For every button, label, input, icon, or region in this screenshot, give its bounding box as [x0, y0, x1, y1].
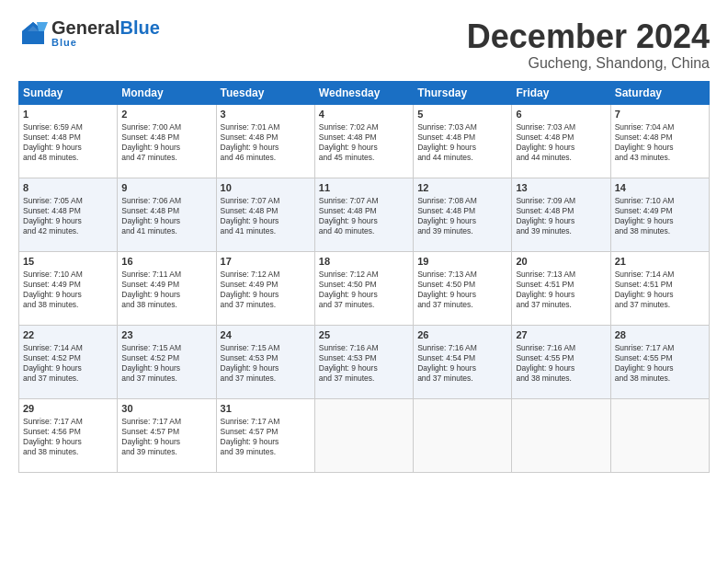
day-info: Daylight: 9 hours — [615, 143, 705, 153]
day-info: Daylight: 9 hours — [417, 290, 507, 300]
day-info: Daylight: 9 hours — [23, 437, 113, 447]
day-number: 10 — [221, 181, 311, 194]
day-info: Sunrise: 7:17 AM — [615, 343, 705, 353]
day-info: Sunset: 4:52 PM — [121, 353, 211, 363]
day-info: Daylight: 9 hours — [319, 143, 409, 153]
weekday-header: Friday — [512, 81, 610, 104]
day-info: Daylight: 9 hours — [121, 290, 211, 300]
day-number: 1 — [23, 108, 113, 121]
calendar-title: December 2024 — [467, 18, 710, 55]
day-info: and 38 minutes. — [23, 447, 113, 457]
calendar-cell: 18Sunrise: 7:12 AMSunset: 4:50 PMDayligh… — [314, 251, 413, 325]
weekday-header: Thursday — [414, 81, 512, 104]
day-info: Sunset: 4:48 PM — [319, 132, 409, 143]
calendar-cell: 1Sunrise: 6:59 AMSunset: 4:48 PMDaylight… — [19, 104, 118, 178]
day-info: Daylight: 9 hours — [23, 290, 113, 300]
day-info: and 37 minutes. — [23, 373, 113, 384]
day-info: Sunrise: 7:08 AM — [417, 196, 507, 206]
day-info: Sunset: 4:49 PM — [23, 280, 113, 290]
day-info: and 37 minutes. — [516, 300, 606, 310]
calendar-week-row: 1Sunrise: 6:59 AMSunset: 4:48 PMDaylight… — [19, 104, 710, 178]
calendar-cell: 12Sunrise: 7:08 AMSunset: 4:48 PMDayligh… — [414, 178, 512, 251]
day-info: Sunrise: 7:16 AM — [516, 343, 606, 353]
day-info: Sunset: 4:54 PM — [417, 353, 507, 363]
day-info: Sunset: 4:55 PM — [516, 353, 606, 363]
day-info: Sunset: 4:48 PM — [121, 132, 211, 143]
day-info: Sunset: 4:48 PM — [23, 206, 113, 216]
day-info: Daylight: 9 hours — [221, 437, 311, 447]
day-info: and 44 minutes. — [417, 153, 507, 163]
page: GeneralBlue Blue December 2024 Gucheng, … — [0, 0, 728, 563]
calendar-cell: 7Sunrise: 7:04 AMSunset: 4:48 PMDaylight… — [610, 104, 709, 178]
day-info: and 48 minutes. — [23, 153, 113, 163]
day-info: and 38 minutes. — [615, 373, 705, 384]
day-info: Sunset: 4:51 PM — [615, 280, 705, 290]
day-info: and 39 minutes. — [221, 447, 311, 457]
day-info: and 39 minutes. — [516, 226, 606, 236]
day-info: Sunrise: 7:11 AM — [121, 270, 211, 280]
day-info: and 44 minutes. — [516, 153, 606, 163]
day-info: and 47 minutes. — [121, 153, 211, 163]
day-info: Sunrise: 7:12 AM — [221, 270, 311, 280]
day-info: and 39 minutes. — [121, 447, 211, 457]
day-info: Sunset: 4:48 PM — [319, 206, 409, 216]
day-info: and 38 minutes. — [121, 300, 211, 310]
day-number: 26 — [417, 328, 507, 341]
day-info: Daylight: 9 hours — [615, 216, 705, 226]
day-info: Sunset: 4:49 PM — [615, 206, 705, 216]
day-number: 2 — [121, 108, 211, 121]
calendar-week-row: 29Sunrise: 7:17 AMSunset: 4:56 PMDayligh… — [19, 398, 710, 472]
day-info: and 39 minutes. — [417, 226, 507, 236]
calendar-cell: 16Sunrise: 7:11 AMSunset: 4:49 PMDayligh… — [118, 251, 216, 325]
calendar-cell: 28Sunrise: 7:17 AMSunset: 4:55 PMDayligh… — [610, 325, 709, 398]
calendar-cell: 21Sunrise: 7:14 AMSunset: 4:51 PMDayligh… — [610, 251, 709, 325]
day-number: 19 — [417, 255, 507, 268]
day-info: Sunset: 4:53 PM — [319, 353, 409, 363]
day-number: 12 — [417, 181, 507, 194]
calendar-cell: 23Sunrise: 7:15 AMSunset: 4:52 PMDayligh… — [118, 325, 216, 398]
weekday-header: Saturday — [610, 81, 709, 104]
day-info: Sunset: 4:53 PM — [221, 353, 311, 363]
svg-rect-2 — [22, 31, 44, 44]
calendar-cell: 3Sunrise: 7:01 AMSunset: 4:48 PMDaylight… — [216, 104, 314, 178]
day-info: Sunrise: 7:17 AM — [23, 417, 113, 427]
calendar-cell: 6Sunrise: 7:03 AMSunset: 4:48 PMDaylight… — [512, 104, 610, 178]
weekday-header: Sunday — [19, 81, 118, 104]
day-number: 7 — [615, 108, 705, 121]
day-info: Sunrise: 7:13 AM — [417, 270, 507, 280]
calendar-table: SundayMondayTuesdayWednesdayThursdayFrid… — [18, 81, 710, 473]
day-info: and 37 minutes. — [319, 300, 409, 310]
day-info: Sunrise: 7:09 AM — [516, 196, 606, 206]
day-info: Sunset: 4:50 PM — [417, 280, 507, 290]
calendar-cell: 15Sunrise: 7:10 AMSunset: 4:49 PMDayligh… — [19, 251, 118, 325]
day-info: and 37 minutes. — [221, 300, 311, 310]
day-info: Daylight: 9 hours — [121, 363, 211, 373]
day-number: 18 — [319, 255, 409, 268]
day-info: Sunset: 4:48 PM — [516, 132, 606, 143]
day-info: Daylight: 9 hours — [319, 363, 409, 373]
day-info: Sunrise: 7:15 AM — [221, 343, 311, 353]
day-number: 9 — [121, 181, 211, 194]
calendar-cell: 19Sunrise: 7:13 AMSunset: 4:50 PMDayligh… — [414, 251, 512, 325]
svg-marker-3 — [37, 22, 48, 31]
day-info: Sunrise: 7:12 AM — [319, 270, 409, 280]
day-info: Sunset: 4:55 PM — [615, 353, 705, 363]
day-info: Sunrise: 7:03 AM — [417, 122, 507, 132]
day-info: Sunrise: 7:10 AM — [615, 196, 705, 206]
day-info: and 37 minutes. — [221, 373, 311, 384]
day-number: 25 — [319, 328, 409, 341]
calendar-cell: 10Sunrise: 7:07 AMSunset: 4:48 PMDayligh… — [216, 178, 314, 251]
calendar-cell: 30Sunrise: 7:17 AMSunset: 4:57 PMDayligh… — [118, 398, 216, 472]
day-info: Sunrise: 7:01 AM — [221, 122, 311, 132]
day-number: 31 — [221, 402, 311, 415]
day-info: Sunset: 4:48 PM — [121, 206, 211, 216]
day-info: Daylight: 9 hours — [516, 290, 606, 300]
day-number: 23 — [121, 328, 211, 341]
day-info: Sunrise: 7:15 AM — [121, 343, 211, 353]
calendar-week-row: 22Sunrise: 7:14 AMSunset: 4:52 PMDayligh… — [19, 325, 710, 398]
day-number: 29 — [23, 402, 113, 415]
day-number: 30 — [121, 402, 211, 415]
day-info: Daylight: 9 hours — [121, 143, 211, 153]
day-info: and 37 minutes. — [319, 373, 409, 384]
day-info: Daylight: 9 hours — [417, 363, 507, 373]
